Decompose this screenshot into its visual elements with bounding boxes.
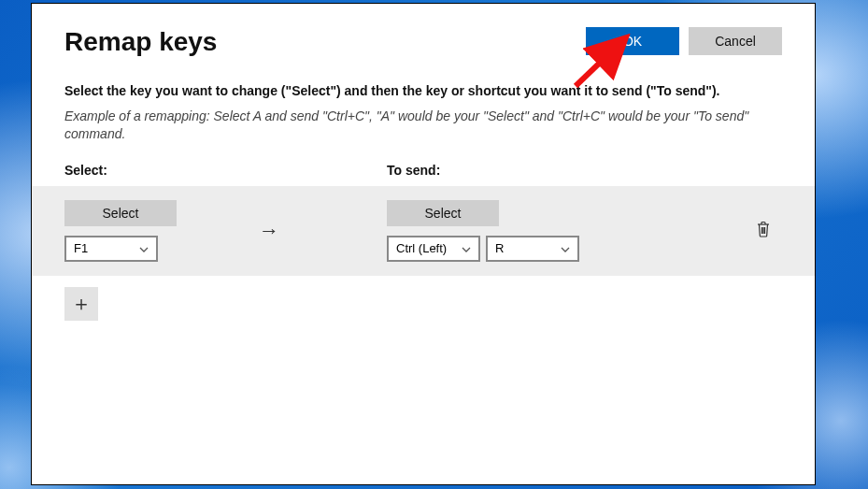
dest-section: Select Ctrl (Left) R (387, 200, 745, 262)
dest-key2-dropdown[interactable]: R (486, 236, 579, 262)
chevron-down-icon (462, 243, 471, 254)
dest-key2-value: R (495, 241, 504, 255)
select-column-label: Select: (64, 163, 107, 178)
chevron-down-icon (561, 243, 570, 254)
page-title: Remap keys (64, 27, 217, 57)
delete-mapping-button[interactable] (752, 220, 775, 242)
dest-key1-value: Ctrl (Left) (396, 241, 447, 255)
cancel-button[interactable]: Cancel (689, 27, 782, 55)
example-text: Example of a remapping: Select A and sen… (64, 108, 782, 143)
add-mapping-button[interactable]: ＋ (64, 287, 98, 321)
dialog-header: Remap keys OK Cancel (64, 27, 782, 57)
source-key-dropdown[interactable]: F1 (64, 236, 158, 262)
chevron-down-icon (139, 243, 149, 254)
source-select-button[interactable]: Select (64, 200, 177, 226)
tosend-column-label: To send: (387, 163, 440, 178)
trash-icon (756, 221, 771, 240)
source-key-value: F1 (74, 241, 88, 255)
dest-select-button[interactable]: Select (387, 200, 499, 226)
header-buttons: OK Cancel (586, 27, 782, 55)
instructions-text: Select the key you want to change ("Sele… (64, 83, 782, 98)
plus-icon: ＋ (71, 290, 92, 318)
column-headers: Select: To send: (64, 162, 782, 179)
remap-keys-dialog: Remap keys OK Cancel Select the key you … (31, 3, 816, 485)
arrow-icon: → (251, 219, 387, 243)
ok-button[interactable]: OK (586, 27, 679, 55)
source-section: Select F1 (64, 200, 251, 262)
dest-key1-dropdown[interactable]: Ctrl (Left) (387, 236, 480, 262)
mapping-row: Select F1 → Select Ctrl (Left) (32, 186, 815, 276)
